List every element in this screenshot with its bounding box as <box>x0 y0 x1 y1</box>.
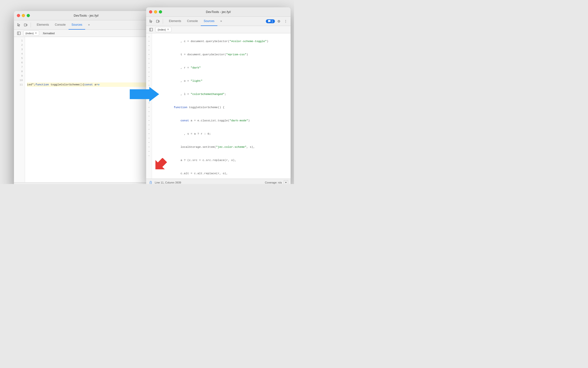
file-tab-index-front[interactable]: (index) ✕ <box>155 27 171 32</box>
gutter-mark-7: − <box>146 61 152 66</box>
gutter-mark-22: − <box>146 127 152 132</box>
code-area-front: − − − − − − − − − − − − − − − − − − − − … <box>146 33 291 179</box>
file-tab-close-front[interactable]: ✕ <box>167 28 169 31</box>
tab-more-back[interactable]: » <box>85 20 93 30</box>
maximize-button-front[interactable] <box>159 10 162 13</box>
tab-sources-front[interactable]: Sources <box>201 17 217 26</box>
line-num-1: 1 <box>14 38 25 43</box>
front-code-line-4: , o = "light" <box>153 74 289 88</box>
status-right-front: Coverage: n/a ▼ <box>265 180 288 184</box>
tab-console-back[interactable]: Console <box>52 20 69 30</box>
svg-rect-1 <box>26 24 27 26</box>
scroll-to-bottom-front[interactable]: ▼ <box>284 180 288 184</box>
code-content-back[interactable]: ied";function toggleColorScheme(){const … <box>25 37 158 182</box>
tab-elements-front[interactable]: Elements <box>166 17 184 26</box>
code-line-1 <box>27 38 156 43</box>
front-code-line-1: , c = document.querySelector("#color-sch… <box>153 35 289 48</box>
file-tab-label-front: (index) <box>158 28 166 31</box>
inspect-icon[interactable] <box>16 22 22 28</box>
title-bar-front: DevTools - jec.fyi/ <box>146 7 291 17</box>
line-num-9: 9 <box>14 74 25 78</box>
front-code-line-6: function toggleColorScheme() { <box>153 101 289 114</box>
tab-console-front[interactable]: Console <box>184 17 201 26</box>
minimize-button-front[interactable] <box>154 10 157 13</box>
code-line-3 <box>27 47 156 52</box>
gutter-mark-21: − <box>146 123 152 127</box>
gutter-mark-28: − <box>146 154 152 158</box>
panel-icon-front[interactable] <box>148 27 154 33</box>
front-code-line-11: c.alt = c.alt.replace(r, o), <box>153 167 289 179</box>
code-line-5 <box>27 56 156 60</box>
svg-marker-8 <box>269 22 269 23</box>
status-text-front: Line 11, Column 3939 <box>155 181 181 184</box>
line-num-3: 3 <box>14 47 25 52</box>
line-num-8: 8 <box>14 69 25 74</box>
gutter-mark-10: − <box>146 74 152 79</box>
gutter-mark-17: − <box>146 105 152 110</box>
main-toolbar-front: Elements Console Sources » 1 ⚙ ⋮ <box>146 17 291 26</box>
device-icon-front[interactable] <box>155 18 161 24</box>
red-arrow <box>153 158 167 172</box>
main-toolbar-back: Elements Console Sources » <box>14 20 158 30</box>
status-bar-front: {} Line 11, Column 3939 Coverage: n/a ▼ <box>146 179 291 184</box>
settings-icon[interactable]: ⚙ <box>276 18 282 24</box>
gutter-mark-26: − <box>146 145 152 149</box>
tab-more-front[interactable]: » <box>217 17 225 26</box>
code-line-11: ied";function toggleColorScheme(){const … <box>27 82 156 87</box>
code-line-10 <box>27 78 156 82</box>
line-num-11: 11 <box>14 82 25 87</box>
title-bar-back: DevTools - jec.fyi/ <box>14 11 158 20</box>
gutter-mark-6: − <box>146 57 152 61</box>
gutter-mark-27: − <box>146 149 152 154</box>
minimize-button-back[interactable] <box>22 14 25 17</box>
tab-elements-back[interactable]: Elements <box>34 20 52 30</box>
panel-icon-back[interactable] <box>16 30 22 36</box>
svg-rect-5 <box>156 20 158 23</box>
front-code-line-9: localStorage.setItem("jec.color-scheme",… <box>153 140 289 154</box>
window-title-front: DevTools - jec.fyi/ <box>206 10 231 14</box>
svg-rect-0 <box>24 24 26 26</box>
gutter-mark-19: − <box>146 114 152 118</box>
line-num-2: 2 <box>14 43 25 47</box>
device-icon[interactable] <box>23 22 29 28</box>
coverage-text-front: Coverage: n/a <box>265 181 282 184</box>
gutter-mark-25: − <box>146 140 152 145</box>
file-tab-formatted-back[interactable]: :formatted <box>41 31 57 35</box>
toolbar-right-front: 1 ⚙ ⋮ <box>266 18 289 24</box>
inspect-icon-front[interactable] <box>148 18 154 24</box>
maximize-button-back[interactable] <box>27 14 30 17</box>
gutter-mark-23: − <box>146 132 152 136</box>
file-tab-index-back[interactable]: (index) ✕ <box>23 31 39 36</box>
front-code-line-7: const a = e.classList.toggle("dark-mode"… <box>153 114 289 127</box>
status-bar-back: {} 9 characters selected Coverage: n/a ▼ <box>14 182 158 184</box>
format-button-front[interactable]: {} <box>149 180 153 184</box>
code-line-8 <box>27 69 156 74</box>
gutter-mark-24: − <box>146 136 152 140</box>
chat-badge[interactable]: 1 <box>266 19 275 23</box>
close-button-back[interactable] <box>17 14 20 17</box>
traffic-lights-back <box>17 14 30 17</box>
toolbar-sep-1 <box>31 23 31 27</box>
close-button-front[interactable] <box>149 10 152 13</box>
line-num-7: 7 <box>14 65 25 69</box>
front-code-line-3: , r = "dark" <box>153 61 289 74</box>
gutter-mark-9: − <box>146 70 152 74</box>
line-num-6: 6 <box>14 60 25 65</box>
svg-rect-7 <box>268 20 270 22</box>
gutter-mark-4: − <box>146 48 152 52</box>
badge-count: 1 <box>271 20 273 23</box>
svg-marker-11 <box>153 158 167 172</box>
toolbar-tabs-front: Elements Console Sources » <box>166 17 225 26</box>
svg-rect-2 <box>17 32 20 35</box>
line-num-4: 4 <box>14 52 25 56</box>
format-button-back[interactable]: {} <box>16 184 21 184</box>
toolbar-tabs-back: Elements Console Sources » <box>34 20 93 30</box>
gutter-mark-5: − <box>146 52 152 57</box>
tab-sources-back[interactable]: Sources <box>69 20 85 30</box>
file-tab-close-back[interactable]: ✕ <box>35 32 37 35</box>
gutter-mark-20: − <box>146 118 152 123</box>
front-code-line-5: , l = "colorSchemeChanged"; <box>153 88 289 101</box>
devtools-window-front: DevTools - jec.fyi/ Elements Console Sou… <box>146 7 291 184</box>
menu-icon[interactable]: ⋮ <box>283 18 289 24</box>
code-content-front[interactable]: , c = document.querySelector("#color-sch… <box>152 33 291 179</box>
